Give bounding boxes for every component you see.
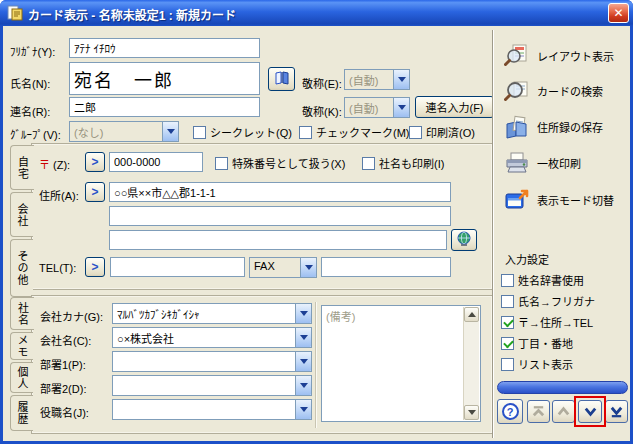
chevron-down-icon[interactable] <box>295 376 311 395</box>
checkbox-icon[interactable] <box>193 126 206 139</box>
memo-scrollbar[interactable] <box>463 307 479 420</box>
tab-personal[interactable]: 個人 <box>10 362 33 393</box>
titlebar[interactable]: カード表示 - 名称未設定1 : 新規カード ✕ <box>0 0 633 26</box>
checkbox-icon[interactable] <box>501 316 514 329</box>
tab-history[interactable]: 履歴 <box>10 395 33 431</box>
company-print-checkbox[interactable]: 社名も印刷(I) <box>362 155 444 171</box>
chevron-down-icon[interactable] <box>162 122 178 141</box>
tab-company-name[interactable]: 社名 <box>10 297 34 330</box>
furigana-label: ﾌﾘｶﾞﾅ(Y): <box>10 43 55 59</box>
checkbox-icon[interactable] <box>299 126 312 139</box>
address-line1-input[interactable] <box>109 182 451 202</box>
option-chome-banchi[interactable]: 丁目・番地 <box>501 335 573 351</box>
prev-card-button[interactable] <box>552 400 575 423</box>
tel-lookup-button[interactable]: > <box>85 257 105 277</box>
job-title-combo[interactable] <box>112 399 312 420</box>
option-label: 丁目・番地 <box>518 335 573 351</box>
special-number-label: 特殊番号として扱う(X) <box>232 155 345 171</box>
tab-other[interactable]: その他 <box>10 239 33 297</box>
checkbox-icon[interactable] <box>501 337 514 350</box>
address-line3-input[interactable] <box>109 230 447 250</box>
next-button-highlight <box>574 396 606 427</box>
zip-input[interactable] <box>109 152 203 172</box>
option-name-dictionary[interactable]: 姓名辞書使用 <box>501 272 584 288</box>
card-position-slider[interactable] <box>497 381 628 394</box>
print-one-label: 一枚印刷 <box>537 155 581 171</box>
dept1-combo[interactable] <box>112 351 312 372</box>
dept2-combo[interactable] <box>112 375 312 396</box>
chevron-down-icon[interactable] <box>295 400 311 419</box>
first-card-button[interactable] <box>527 400 550 423</box>
chevron-down-icon[interactable] <box>295 304 311 323</box>
help-icon: ? <box>502 403 519 420</box>
checkbox-icon[interactable] <box>501 295 514 308</box>
scroll-up-icon[interactable] <box>464 307 479 322</box>
card-search-icon <box>504 78 530 104</box>
option-label: 姓名辞書使用 <box>518 272 584 288</box>
layout-view-button[interactable]: レイアウト表示 <box>504 43 614 69</box>
chevron-up-icon <box>556 404 571 419</box>
card-app-icon <box>7 5 23 21</box>
last-card-icon <box>609 404 624 419</box>
tab-memo[interactable]: メモ <box>10 332 33 360</box>
option-label: 〒→住所→TEL <box>518 314 593 330</box>
honorific1-label: 敬称(E): <box>302 75 342 91</box>
company-kana-label: 会社カナ(G): <box>40 308 103 324</box>
option-label: リスト表示 <box>518 356 573 372</box>
display-mode-button[interactable]: 表示モード切替 <box>504 187 614 213</box>
map-button[interactable] <box>451 229 477 251</box>
group-dropdown[interactable]: (なし) <box>69 121 179 142</box>
joint-entry-button[interactable]: 連名入力(F) <box>415 96 494 118</box>
chevron-down-icon[interactable] <box>393 70 409 89</box>
company-kana-combo[interactable]: ﾏﾙﾊﾞﾂｶﾌﾞｼｷｶﾞｲｼｬ <box>112 303 312 324</box>
company-name-combo[interactable]: ○×株式会社 <box>112 327 312 348</box>
name-input[interactable] <box>69 62 260 95</box>
secret-checkbox[interactable]: シークレット(Q) <box>193 124 292 140</box>
card-search-button[interactable]: カードの検索 <box>504 78 603 104</box>
option-zip-to-address[interactable]: 〒→住所→TEL <box>501 314 593 330</box>
memo-input[interactable] <box>322 306 480 421</box>
last-card-button[interactable] <box>605 400 628 423</box>
chevron-down-icon[interactable] <box>393 98 409 117</box>
save-addressbook-button[interactable]: 住所録の保存 <box>504 114 603 140</box>
secret-label: シークレット(Q) <box>210 124 292 140</box>
checkbox-icon[interactable] <box>501 274 514 287</box>
address-line2-input[interactable] <box>109 206 451 226</box>
name-label: 氏名(N): <box>10 75 50 91</box>
honorific2-dropdown[interactable]: (自動) <box>344 97 410 118</box>
furigana-input[interactable] <box>69 38 260 58</box>
chevron-down-icon[interactable] <box>295 328 311 347</box>
group-label: ｸﾞﾙｰﾌﾟ(V): <box>10 126 61 142</box>
zip-lookup-button[interactable]: > <box>85 152 105 172</box>
checkbox-icon[interactable] <box>362 157 375 170</box>
chevron-down-icon[interactable] <box>295 352 311 371</box>
honorific1-dropdown[interactable]: (自動) <box>344 69 410 90</box>
tab-office[interactable]: 会社 <box>10 192 33 237</box>
printed-checkbox[interactable]: 印刷済(O) <box>409 124 475 140</box>
option-name-to-furigana[interactable]: 氏名→フリガナ <box>501 293 595 309</box>
chevron-down-icon[interactable] <box>300 258 316 277</box>
option-list-view[interactable]: リスト表示 <box>501 356 573 372</box>
scroll-down-icon[interactable] <box>464 405 479 420</box>
checkmark-checkbox[interactable]: チェックマーク(M) <box>299 124 410 140</box>
special-number-checkbox[interactable]: 特殊番号として扱う(X) <box>215 155 345 171</box>
display-mode-icon <box>504 187 530 213</box>
fax-input[interactable] <box>321 257 451 277</box>
address-lookup-button[interactable]: > <box>85 182 105 202</box>
close-button[interactable]: ✕ <box>608 3 629 23</box>
memo-divider <box>315 302 317 428</box>
layout-view-label: レイアウト表示 <box>537 48 614 64</box>
fax-type-dropdown[interactable]: FAX <box>249 257 317 278</box>
tab-home[interactable]: 自宅 <box>10 145 34 190</box>
help-button[interactable]: ? <box>497 399 523 424</box>
checkbox-icon[interactable] <box>409 126 422 139</box>
checkbox-icon[interactable] <box>501 358 514 371</box>
print-one-button[interactable]: 一枚印刷 <box>504 150 581 176</box>
tel-input[interactable] <box>110 257 245 277</box>
joint-name-input[interactable] <box>69 97 260 117</box>
address-label: 住所(A): <box>39 187 79 203</box>
name-dictionary-button[interactable] <box>268 67 295 91</box>
group-value: (なし) <box>70 122 162 141</box>
zip-mark: 〒 <box>39 159 50 171</box>
checkbox-icon[interactable] <box>215 157 228 170</box>
